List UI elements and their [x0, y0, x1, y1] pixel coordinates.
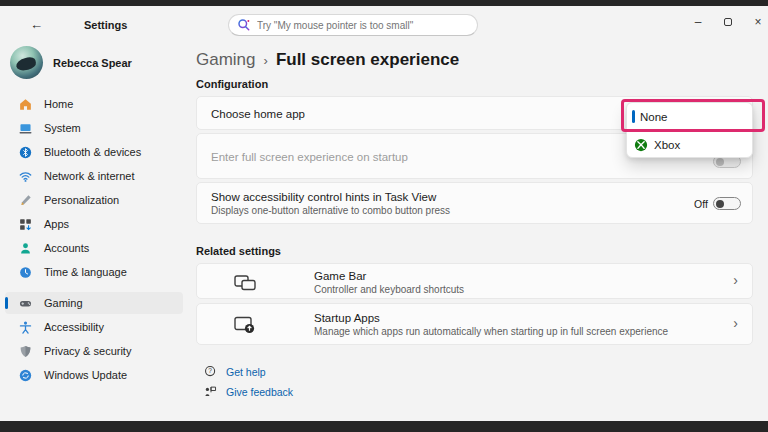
sidebar-item-label: Windows Update: [44, 369, 127, 381]
sidebar-item-bluetooth[interactable]: Bluetooth & devices: [5, 141, 183, 163]
configuration-heading: Configuration: [196, 78, 268, 90]
give-feedback-link[interactable]: Give feedback: [204, 385, 293, 398]
settings-window: ← Settings – × Rebecca Spear Hom: [0, 0, 768, 432]
sidebar-item-windows-update[interactable]: Windows Update: [5, 364, 183, 386]
sidebar-item-label: Apps: [44, 218, 69, 230]
profile-name: Rebecca Spear: [53, 57, 132, 69]
time-language-icon: [19, 266, 32, 279]
page-title: Full screen experience: [276, 50, 459, 70]
row-label: Enter full screen experience on startup: [211, 151, 408, 163]
accounts-icon: [19, 242, 32, 255]
related-item-description: Controller and keyboard shortcuts: [314, 284, 464, 295]
selected-accent-bar: [5, 297, 8, 309]
settings-app: ← Settings – × Rebecca Spear Hom: [0, 6, 768, 421]
related-settings-heading: Related settings: [196, 245, 281, 257]
sidebar-item-privacy[interactable]: Privacy & security: [5, 340, 183, 362]
back-icon[interactable]: ←: [30, 17, 43, 32]
sidebar-item-network[interactable]: Network & internet: [5, 165, 183, 187]
bottom-letterbox: [0, 421, 768, 432]
sidebar-item-label: Gaming: [44, 297, 83, 309]
xbox-icon: [634, 138, 648, 152]
game-bar-icon: [234, 274, 256, 292]
link-label: Give feedback: [226, 386, 293, 398]
get-help-icon: ?: [204, 365, 217, 378]
maximize-button[interactable]: [714, 10, 742, 34]
game-bar-row[interactable]: Game Bar Controller and keyboard shortcu…: [196, 263, 753, 299]
link-label: Get help: [226, 366, 266, 378]
system-icon: [19, 122, 32, 135]
chevron-right-icon: ›: [264, 52, 268, 68]
network-icon: [19, 170, 32, 183]
sidebar-item-apps[interactable]: Apps: [5, 213, 183, 235]
sidebar-item-label: Accounts: [44, 242, 89, 254]
toggle-state-label: Off: [694, 198, 708, 210]
close-button[interactable]: ×: [744, 10, 768, 34]
related-item-description: Manage which apps run automatically when…: [314, 326, 668, 337]
app-title: Settings: [84, 19, 127, 31]
startup-apps-row[interactable]: Startup Apps Manage which apps run autom…: [196, 303, 753, 345]
bluetooth-icon: [19, 146, 32, 159]
sidebar-item-label: Home: [44, 98, 73, 110]
search-icon: [237, 18, 251, 32]
privacy-icon: [19, 345, 32, 358]
gamepad-icon: [19, 297, 32, 310]
breadcrumb: Gaming › Full screen experience: [196, 50, 459, 70]
sidebar-item-gaming[interactable]: Gaming: [5, 292, 183, 314]
startup-apps-icon: [234, 316, 256, 334]
chevron-right-icon: ›: [733, 315, 738, 331]
sidebar-item-time-language[interactable]: Time & language: [5, 261, 183, 283]
sidebar-item-label: Privacy & security: [44, 345, 131, 357]
dropdown-option-none[interactable]: None: [627, 103, 752, 130]
sidebar-item-label: Network & internet: [44, 170, 134, 182]
sidebar-item-system[interactable]: System: [5, 117, 183, 139]
row-label: Choose home app: [211, 108, 305, 120]
minimize-button[interactable]: –: [684, 10, 712, 34]
sidebar-item-label: Personalization: [44, 194, 119, 206]
sidebar-item-label: System: [44, 122, 81, 134]
sidebar-item-label: Accessibility: [44, 321, 104, 333]
search-input[interactable]: [228, 14, 478, 36]
maximize-icon: [724, 18, 732, 26]
sidebar-item-personalization[interactable]: Personalization: [5, 189, 183, 211]
apps-icon: [19, 218, 32, 231]
dropdown-option-xbox[interactable]: Xbox: [627, 131, 752, 158]
personalization-icon: [19, 194, 32, 207]
related-item-title: Game Bar: [314, 270, 366, 282]
sidebar-item-label: Bluetooth & devices: [44, 146, 141, 158]
windows-update-icon: [19, 369, 32, 382]
accessibility-hints-toggle[interactable]: [713, 197, 741, 210]
accessibility-hints-row: Show accessibility control hints in Task…: [196, 182, 753, 224]
sidebar-item-home[interactable]: Home: [5, 93, 183, 115]
sidebar-item-label: Time & language: [44, 266, 127, 278]
row-label: Show accessibility control hints in Task…: [211, 191, 436, 203]
search-box[interactable]: [228, 14, 478, 36]
home-app-dropdown: None Xbox: [626, 102, 753, 158]
chevron-right-icon: ›: [733, 272, 738, 288]
sidebar-item-accounts[interactable]: Accounts: [5, 237, 183, 259]
svg-text:?: ?: [208, 367, 212, 374]
row-description: Displays one-button alternative to combo…: [211, 205, 450, 216]
breadcrumb-gaming[interactable]: Gaming: [196, 50, 256, 70]
option-label: None: [640, 111, 668, 123]
get-help-link[interactable]: ? Get help: [204, 365, 266, 378]
sidebar-item-accessibility[interactable]: Accessibility: [5, 316, 183, 338]
accessibility-icon: [19, 321, 32, 334]
option-label: Xbox: [654, 139, 680, 151]
give-feedback-icon: [204, 385, 217, 398]
selected-option-bar: [632, 110, 635, 123]
avatar[interactable]: [10, 46, 43, 79]
related-item-title: Startup Apps: [314, 312, 380, 324]
home-icon: [19, 98, 32, 111]
